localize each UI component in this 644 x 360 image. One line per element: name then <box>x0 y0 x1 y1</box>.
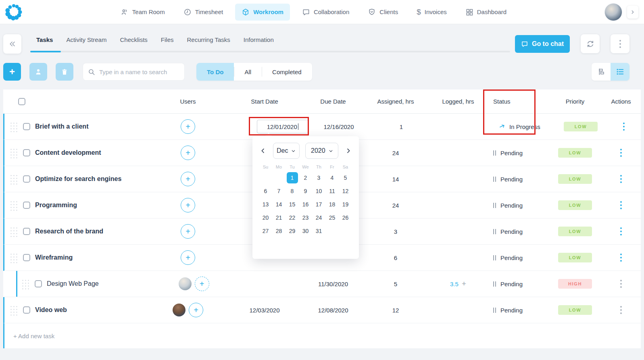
priority-badge[interactable]: LOW <box>558 174 592 184</box>
due-date[interactable]: 12/08/2020 <box>303 307 363 314</box>
tab-files[interactable]: Files <box>161 35 174 45</box>
task-name[interactable]: Programming <box>35 202 77 209</box>
priority-badge[interactable]: HIGH <box>558 279 592 289</box>
calendar-day[interactable]: 20 <box>259 211 272 224</box>
search-input[interactable] <box>99 69 179 75</box>
add-user-button[interactable]: + <box>195 277 209 291</box>
logged-value[interactable]: 3.5 <box>450 281 459 287</box>
assignee-avatar[interactable] <box>179 277 192 290</box>
calendar-day[interactable]: 6 <box>259 184 272 198</box>
priority-badge[interactable]: LOW <box>558 200 592 210</box>
row-actions-button[interactable] <box>619 252 623 263</box>
add-user-button[interactable]: + <box>181 119 195 134</box>
row-checkbox[interactable] <box>23 306 30 314</box>
task-name[interactable]: Research of the brand <box>35 228 103 235</box>
year-select[interactable]: 2020 <box>305 143 338 159</box>
status-cell[interactable]: Pending <box>488 281 549 287</box>
status-cell[interactable]: In Progress <box>494 123 554 130</box>
calendar-day[interactable]: 4 <box>325 171 339 184</box>
calendar-day[interactable]: 12 <box>339 184 352 198</box>
drag-handle-icon[interactable] <box>9 252 18 263</box>
add-user-button[interactable]: + <box>181 198 195 212</box>
tab-activity-stream[interactable]: Activity Stream <box>66 35 106 45</box>
tab-recurring-tasks[interactable]: Recurring Tasks <box>187 35 230 45</box>
row-actions-button[interactable] <box>619 147 623 158</box>
calendar-day[interactable]: 18 <box>325 198 339 211</box>
row-checkbox[interactable] <box>23 123 30 130</box>
status-cell[interactable]: Pending <box>488 176 549 183</box>
row-actions-button[interactable] <box>619 304 623 316</box>
start-date[interactable]: 12/03/2020 <box>226 307 303 314</box>
calendar-day[interactable]: 13 <box>259 198 272 211</box>
filter-todo[interactable]: To Do <box>196 63 234 81</box>
row-checkbox[interactable] <box>23 149 30 156</box>
row-actions-button[interactable] <box>619 226 623 237</box>
task-name[interactable]: Video web <box>35 306 67 314</box>
sidebar-collapse-button[interactable] <box>3 34 21 54</box>
row-checkbox[interactable] <box>35 280 42 287</box>
row-checkbox[interactable] <box>23 175 30 183</box>
task-name[interactable]: Wireframing <box>35 254 73 261</box>
drag-handle-icon[interactable] <box>9 121 18 132</box>
calendar-day[interactable]: 3 <box>312 171 325 184</box>
nav-expand-button[interactable] <box>627 6 638 19</box>
assignee-avatar[interactable] <box>173 304 185 316</box>
filter-all[interactable]: All <box>234 63 262 81</box>
row-checkbox[interactable] <box>23 228 30 235</box>
status-cell[interactable]: Pending <box>488 254 549 261</box>
nav-item-dashboard[interactable]: Dashboard <box>459 4 513 21</box>
drag-handle-icon[interactable] <box>9 226 18 237</box>
add-new-task-row[interactable]: + Add new task <box>3 323 641 348</box>
calendar-day[interactable]: 17 <box>312 198 325 211</box>
calendar-day[interactable] <box>259 171 272 184</box>
row-actions-button[interactable] <box>619 200 623 211</box>
row-actions-button[interactable] <box>621 121 626 132</box>
drag-handle-icon[interactable] <box>9 173 18 185</box>
task-name[interactable]: Brief with a client <box>35 123 88 130</box>
calendar-day[interactable]: 10 <box>312 184 325 198</box>
tab-tasks[interactable]: Tasks <box>36 35 53 45</box>
tree-view-button[interactable] <box>592 63 611 81</box>
tab-information[interactable]: Information <box>244 35 274 45</box>
status-cell[interactable]: Pending <box>488 228 549 235</box>
calendar-day[interactable]: 29 <box>286 224 299 237</box>
list-view-button[interactable] <box>611 63 629 81</box>
calendar-day[interactable]: 22 <box>286 211 299 224</box>
status-cell[interactable]: Pending <box>488 150 549 156</box>
month-select[interactable]: Dec <box>273 143 300 159</box>
row-checkbox[interactable] <box>23 254 30 261</box>
calendar-day[interactable]: 11 <box>325 184 339 198</box>
go-to-chat-button[interactable]: Go to chat <box>515 35 570 53</box>
due-date[interactable]: 12/16/2020 <box>308 123 369 130</box>
drag-handle-icon[interactable] <box>21 278 30 289</box>
calendar-day[interactable]: 7 <box>272 184 286 198</box>
row-actions-button[interactable] <box>619 173 623 185</box>
calendar-day[interactable]: 21 <box>272 211 286 224</box>
calendar-day[interactable]: 16 <box>299 198 312 211</box>
nav-item-invoices[interactable]: $ Invoices <box>410 3 453 21</box>
next-month-button[interactable] <box>344 147 352 155</box>
drag-handle-icon[interactable] <box>9 147 18 158</box>
calendar-day[interactable]: 14 <box>272 198 286 211</box>
task-name[interactable]: Optimize for search engines <box>35 175 121 183</box>
add-user-button[interactable]: + <box>189 303 203 317</box>
calendar-day[interactable]: 25 <box>325 211 339 224</box>
status-cell[interactable]: Pending <box>488 202 549 209</box>
priority-badge[interactable]: LOW <box>564 122 598 131</box>
add-user-button[interactable]: + <box>181 146 195 160</box>
prev-month-button[interactable] <box>259 147 267 155</box>
drag-handle-icon[interactable] <box>9 200 18 211</box>
row-checkbox[interactable] <box>23 202 30 209</box>
calendar-day[interactable]: 23 <box>299 211 312 224</box>
filter-completed[interactable]: Completed <box>262 63 312 81</box>
assign-user-button[interactable] <box>29 63 47 81</box>
due-date[interactable]: 11/30/2020 <box>303 281 363 287</box>
priority-badge[interactable]: LOW <box>558 305 592 315</box>
priority-badge[interactable]: LOW <box>558 253 592 262</box>
calendar-day[interactable]: 27 <box>259 224 272 237</box>
refresh-button[interactable] <box>581 34 600 53</box>
calendar-day[interactable]: 26 <box>339 211 352 224</box>
calendar-day[interactable]: 15 <box>286 198 299 211</box>
calendar-day[interactable] <box>325 224 339 237</box>
status-cell[interactable]: Pending <box>488 307 549 314</box>
